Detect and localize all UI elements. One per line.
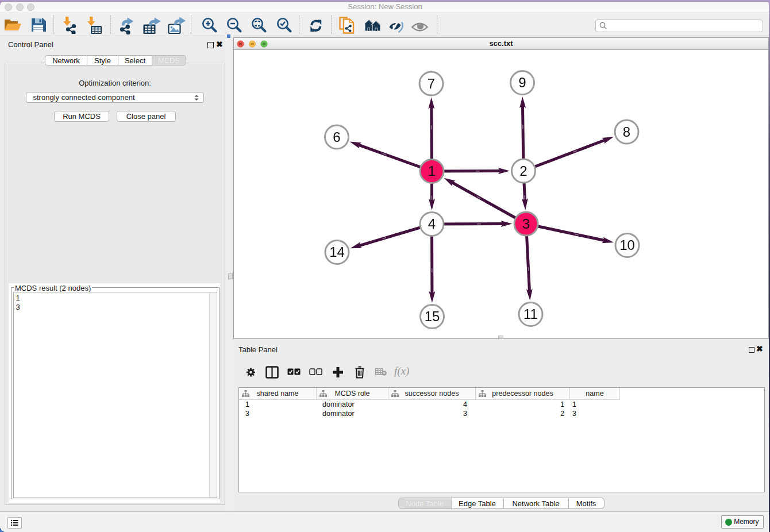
svg-text:8: 8	[622, 124, 630, 140]
svg-text:9: 9	[518, 75, 526, 90]
svg-text:7: 7	[427, 76, 434, 91]
svg-text:4: 4	[428, 216, 435, 232]
svg-text:10: 10	[619, 237, 635, 253]
svg-text:14: 14	[329, 244, 345, 260]
svg-text:2: 2	[519, 163, 527, 179]
svg-text:1: 1	[428, 163, 435, 179]
svg-text:3: 3	[522, 216, 529, 232]
svg-text:15: 15	[424, 309, 440, 324]
svg-text:11: 11	[523, 306, 538, 322]
svg-text:6: 6	[333, 129, 340, 145]
